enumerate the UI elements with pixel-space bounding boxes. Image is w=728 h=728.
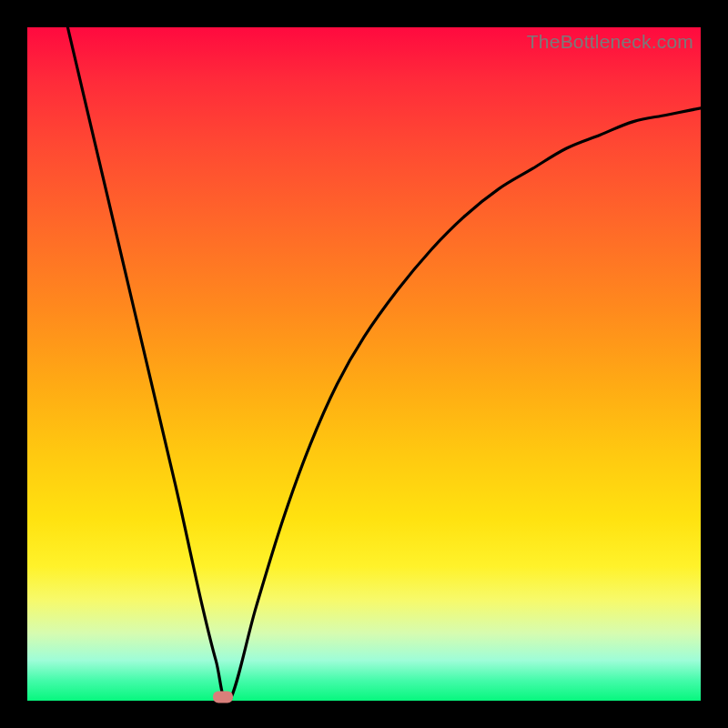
bottleneck-curve: [27, 27, 701, 701]
optimum-marker: [213, 692, 233, 703]
plot-area: TheBottleneck.com: [27, 27, 701, 701]
chart-frame: TheBottleneck.com: [0, 0, 728, 728]
curve-path: [67, 27, 701, 701]
